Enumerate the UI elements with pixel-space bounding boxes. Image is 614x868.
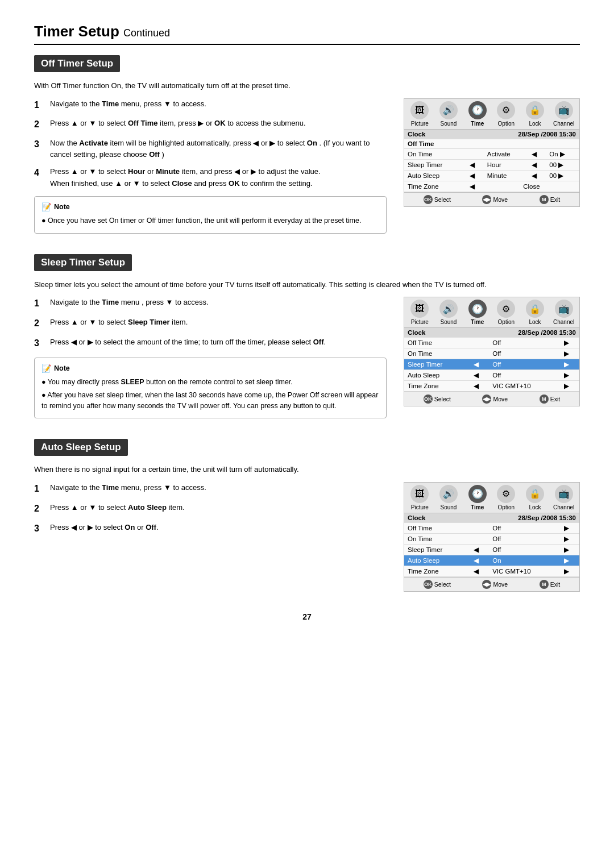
sleep-auto-sleep: Auto Sleep ◀ Off ▶ <box>404 370 579 381</box>
icon-sound: 🔊 Sound <box>436 101 461 127</box>
sleep-menu-footer: OK Select ◀▶ Move M Exit <box>404 392 579 406</box>
icon-time: 🕐 Time <box>465 101 490 127</box>
auto-menu-icons-row: 🖼 Picture 🔊 Sound 🕐 Time ⚙ Option 🔒 <box>404 483 579 513</box>
page-title: Timer Setup Continued <box>34 23 580 45</box>
menu-icons-row: 🖼 Picture 🔊 Sound 🕐 Time ⚙ Option 🔒 <box>404 99 579 130</box>
sleep-step-2: 2 Press ▲ or ▼ to select Sleep Timer ite… <box>34 317 387 331</box>
off-timer-content: 1 Navigate to the Time menu, press ▼ to … <box>34 98 580 234</box>
auto-icon-channel: 📺 Channel <box>551 485 576 510</box>
sleep-timer-title: Sleep Timer Setup <box>34 254 132 271</box>
menu-minute: Auto Sleep ◀ Minute ◀ 00 ▶ <box>404 170 579 181</box>
sleep-step-1: 1 Navigate to the Time menu , press ▼ to… <box>34 297 387 311</box>
auto-sleep-steps: 1 Navigate to the Time menu, press ▼ to … <box>34 482 387 541</box>
auto-sleep-menu-ui: 🖼 Picture 🔊 Sound 🕐 Time ⚙ Option 🔒 <box>404 482 580 592</box>
auto-step-3: 3 Press ◀ or ▶ to select On or Off. <box>34 522 387 536</box>
sleep-icon-lock: 🔒 Lock <box>522 300 547 325</box>
auto-sleep-title: Auto Sleep Setup <box>34 439 128 456</box>
step-4: 4 Press ▲ or ▼ to select Hour or Minute … <box>34 166 387 189</box>
menu-footer: OK Select ◀▶ Move M Exit <box>404 192 579 206</box>
off-timer-note: 📝 Note ● Once you have set On timer or O… <box>34 196 387 234</box>
sleep-icon-picture: 🖼 Picture <box>407 300 432 325</box>
menu-header: Clock 28/Sep /2008 15:30 <box>404 130 579 139</box>
auto-sleep-menu-table: Clock 28/Sep /2008 15:30 Off Time Off ▶ … <box>404 513 579 577</box>
auto-icon-time: 🕐 Time <box>465 485 490 510</box>
auto-icon-sound: 🔊 Sound <box>436 485 461 510</box>
sleep-timer-menu-ui: 🖼 Picture 🔊 Sound 🕐 Time ⚙ Option 🔒 <box>404 297 580 406</box>
off-timer-steps: 1 Navigate to the Time menu, press ▼ to … <box>34 98 387 234</box>
menu-on-time: On Time Activate ◀ On ▶ <box>404 148 579 159</box>
off-timer-menu-table: Clock 28/Sep /2008 15:30 Off Time On Tim… <box>404 130 579 192</box>
step-2: 2 Press ▲ or ▼ to select Off Time item, … <box>34 118 387 132</box>
menu-close: Time Zone ◀ Close <box>404 181 579 192</box>
auto-sleep-content: 1 Navigate to the Time menu, press ▼ to … <box>34 482 580 592</box>
sleep-time-zone: Time Zone ◀ VIC GMT+10 ▶ <box>404 381 579 392</box>
auto-sleep-section: Auto Sleep Setup When there is no signal… <box>34 439 580 592</box>
auto-sleep-intro: When there is no signal input for a cert… <box>34 464 580 475</box>
icon-channel: 📺 Channel <box>551 101 576 127</box>
auto-menu-footer: OK Select ◀▶ Move M Exit <box>404 577 579 591</box>
sleep-timer-menu-table: Clock 28/Sep /2008 15:30 Off Time Off ▶ … <box>404 328 579 392</box>
auto-on-time: On Time Off ▶ <box>404 533 579 544</box>
auto-sleep-timer: Sleep Timer ◀ Off ▶ <box>404 544 579 555</box>
sleep-on-time: On Time Off ▶ <box>404 348 579 359</box>
auto-step-1: 1 Navigate to the Time menu, press ▼ to … <box>34 482 387 496</box>
sleep-icon-sound: 🔊 Sound <box>436 300 461 325</box>
sleep-menu-header: Clock 28/Sep /2008 15:30 <box>404 328 579 338</box>
sleep-timer-section: Sleep Timer Setup Sleep timer lets you s… <box>34 254 580 419</box>
sleep-icon-option: ⚙ Option <box>493 300 518 325</box>
auto-icon-option: ⚙ Option <box>493 485 518 510</box>
off-timer-menu-ui: 🖼 Picture 🔊 Sound 🕐 Time ⚙ Option 🔒 <box>404 98 580 207</box>
page-number: 27 <box>34 612 580 621</box>
icon-lock: 🔒 Lock <box>522 101 547 127</box>
auto-menu-header: Clock 28/Sep /2008 15:30 <box>404 513 579 523</box>
step-1: 1 Navigate to the Time menu, press ▼ to … <box>34 98 387 113</box>
sleep-off-time: Off Time Off ▶ <box>404 338 579 348</box>
icon-picture: 🖼 Picture <box>407 101 432 127</box>
sleep-timer-intro: Sleep timer lets you select the amount o… <box>34 279 580 290</box>
auto-time-zone: Time Zone ◀ VIC GMT+10 ▶ <box>404 566 579 576</box>
icon-option: ⚙ Option <box>493 101 518 127</box>
menu-off-time-label: Off Time <box>404 139 579 148</box>
auto-icon-picture: 🖼 Picture <box>407 485 432 510</box>
sleep-step-3: 3 Press ◀ or ▶ to select the amount of t… <box>34 337 387 351</box>
auto-auto-sleep: Auto Sleep ◀ On ▶ <box>404 555 579 566</box>
sleep-icon-time: 🕐 Time <box>465 300 490 325</box>
auto-step-2: 2 Press ▲ or ▼ to select Auto Sleep item… <box>34 502 387 516</box>
auto-off-time: Off Time Off ▶ <box>404 522 579 533</box>
menu-hour: Sleep Timer ◀ Hour ◀ 00 ▶ <box>404 159 579 170</box>
sleep-timer-steps: 1 Navigate to the Time menu , press ▼ to… <box>34 297 387 418</box>
sleep-timer-content: 1 Navigate to the Time menu , press ▼ to… <box>34 297 580 418</box>
off-timer-title: Off Timer Setup <box>34 55 120 72</box>
step-3: 3 Now the Activate item will be highligh… <box>34 138 387 160</box>
sleep-timer-note: 📝 Note ● You may directly press SLEEP bu… <box>34 358 387 419</box>
sleep-icon-channel: 📺 Channel <box>551 300 576 325</box>
sleep-sleep-timer: Sleep Timer ◀ Off ▶ <box>404 359 579 370</box>
sleep-menu-icons-row: 🖼 Picture 🔊 Sound 🕐 Time ⚙ Option 🔒 <box>404 297 579 328</box>
off-timer-section: Off Timer Setup With Off Timer function … <box>34 55 580 234</box>
auto-icon-lock: 🔒 Lock <box>522 485 547 510</box>
off-timer-intro: With Off Timer function On, the TV will … <box>34 80 580 92</box>
